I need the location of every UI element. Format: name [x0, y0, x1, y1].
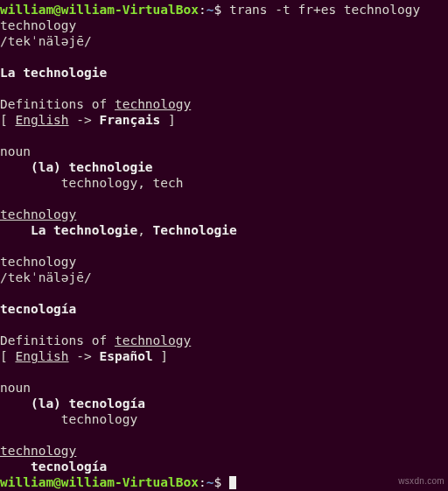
prompt-user: william [0, 3, 53, 17]
blank [0, 238, 448, 254]
blank [0, 81, 448, 96]
es-tail-word: technology [0, 443, 448, 459]
es-query: technology [0, 254, 448, 270]
fr-lang-pair: [ English -> Français ] [0, 112, 448, 128]
bracket-close: ] [160, 113, 175, 127]
prompt-colon: : [199, 3, 206, 17]
comma: , [137, 223, 152, 237]
es-lang-pair: [ English -> Español ] [0, 348, 448, 364]
blank [0, 191, 448, 207]
arrow: -> [69, 349, 100, 363]
es-rev-line: technology [0, 411, 448, 427]
indent [0, 412, 61, 426]
es-definitions-of: Definitions of technology [0, 333, 448, 348]
es-tail: tecnología [31, 459, 107, 473]
fr-entry: (la) technologie [31, 160, 153, 174]
prompt-line-1: william@william-VirtualBox:~$ trans -t f… [0, 2, 448, 18]
blank [0, 317, 448, 333]
fr-tail2: Technologie [153, 223, 237, 237]
indent [0, 160, 31, 174]
indent [0, 396, 31, 410]
arrow: -> [69, 113, 100, 127]
blank [0, 427, 448, 443]
fr-def-pre: Definitions of [0, 97, 115, 111]
es-rev: technology [61, 412, 137, 426]
es-phonetic: /tekˈnäləjē/ [0, 270, 448, 285]
blank [0, 285, 448, 301]
fr-definitions-of: Definitions of technology [0, 96, 448, 112]
bracket-close: ] [153, 349, 168, 363]
fr-def-word: technology [115, 97, 191, 111]
fr-dst-lang: Français [100, 113, 161, 127]
prompt-host: william-VirtualBox [61, 3, 199, 17]
es-dst-lang: Español [100, 349, 153, 363]
es-def-word: technology [115, 333, 191, 347]
fr-entry-line: (la) technologie [0, 159, 448, 175]
es-entry: (la) tecnología [31, 396, 145, 410]
prompt-at: @ [53, 475, 61, 489]
fr-pos: noun [0, 144, 448, 159]
es-pos: noun [0, 380, 448, 396]
fr-rev-line: technology, tech [0, 175, 448, 191]
es-entry-line: (la) tecnología [0, 396, 448, 411]
prompt-line-2[interactable]: william@william-VirtualBox:~$ [0, 474, 448, 490]
fr-headline: La technologie [0, 65, 448, 81]
fr-tail-trans: La technologie, Technologie [0, 222, 448, 238]
fr-phonetic: /tekˈnäləjē/ [0, 33, 448, 49]
spacer [221, 3, 229, 17]
watermark: wsxdn.com [398, 473, 444, 489]
bracket-open: [ [0, 113, 15, 127]
fr-tail-word: technology [0, 207, 448, 222]
prompt-dollar: $ [214, 3, 221, 17]
prompt-host: william-VirtualBox [61, 475, 199, 489]
prompt-dollar: $ [214, 475, 221, 489]
blank [0, 128, 448, 144]
command-text: trans -t fr+es technology [229, 3, 420, 17]
spacer [221, 475, 229, 489]
cursor-icon [229, 476, 236, 489]
es-tail-trans: tecnología [0, 459, 448, 474]
fr-query: technology [0, 18, 448, 33]
bracket-open: [ [0, 349, 15, 363]
indent [0, 459, 31, 473]
es-def-pre: Definitions of [0, 333, 115, 347]
blank [0, 49, 448, 65]
terminal[interactable]: william@william-VirtualBox:~$ trans -t f… [0, 0, 448, 490]
blank [0, 364, 448, 380]
fr-tail1: La technologie [31, 223, 137, 237]
prompt-user: william [0, 475, 53, 489]
indent [0, 176, 61, 190]
fr-rev: technology, tech [61, 176, 184, 190]
es-headline: tecnología [0, 301, 448, 317]
fr-src-lang: English [15, 113, 68, 127]
indent [0, 223, 31, 237]
prompt-colon: : [199, 475, 206, 489]
prompt-at: @ [53, 3, 61, 17]
es-src-lang: English [15, 349, 68, 363]
